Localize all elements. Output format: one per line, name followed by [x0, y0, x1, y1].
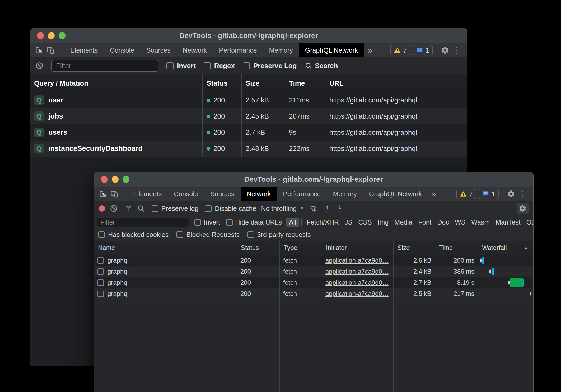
- more-tabs-button[interactable]: »: [364, 46, 376, 54]
- tab-elements[interactable]: Elements: [64, 43, 104, 57]
- network-request-row[interactable]: graphql 200 fetch application-a7ca9d0… 2…: [94, 288, 533, 299]
- tab-console[interactable]: Console: [168, 187, 204, 201]
- kebab-menu-icon[interactable]: ⋮: [451, 46, 463, 54]
- filter-type-js[interactable]: JS: [342, 218, 355, 227]
- filter-type-all[interactable]: All: [286, 218, 299, 227]
- filter-input[interactable]: [97, 218, 189, 227]
- column-header-time[interactable]: Time: [285, 74, 325, 92]
- record-button[interactable]: [99, 205, 105, 212]
- network-request-row[interactable]: graphql 200 fetch application-a7ca9d0… 2…: [94, 255, 533, 266]
- filter-type-font[interactable]: Font: [415, 218, 434, 227]
- hide-data-urls-checkbox[interactable]: [226, 219, 233, 226]
- column-header-size[interactable]: Size: [394, 241, 435, 255]
- filter-type-fetch-xhr[interactable]: Fetch/XHR: [304, 218, 342, 227]
- filter-input[interactable]: [51, 60, 158, 72]
- initiator-link[interactable]: application-a7ca9d0…: [325, 268, 389, 275]
- preserve-log-checkbox[interactable]: [152, 205, 158, 212]
- table-row[interactable]: Qjobs 200 2.45 kB 207ms https://gitlab.c…: [30, 108, 467, 124]
- third-party-requests-checkbox[interactable]: [247, 231, 254, 238]
- network-request-row[interactable]: graphql 200 fetch application-a7ca9d0… 2…: [94, 277, 533, 288]
- invert-checkbox[interactable]: [194, 219, 201, 226]
- initiator-link[interactable]: application-a7ca9d0…: [325, 290, 389, 297]
- issues-badge[interactable]: 1: [479, 189, 499, 199]
- warnings-badge[interactable]: 7: [456, 189, 476, 199]
- tab-performance[interactable]: Performance: [277, 187, 327, 201]
- tab-sources[interactable]: Sources: [204, 187, 241, 201]
- import-har-icon[interactable]: [323, 204, 331, 212]
- titlebar[interactable]: DevTools - gitlab.com/-/graphql-explorer: [30, 28, 467, 43]
- filter-type-media[interactable]: Media: [391, 218, 415, 227]
- inspect-element-icon[interactable]: [34, 46, 43, 55]
- disable-cache-checkbox[interactable]: [205, 205, 212, 212]
- table-row[interactable]: Qusers 200 2.7 kB 9s https://gitlab.com/…: [30, 124, 467, 141]
- query-name: users: [48, 128, 67, 137]
- filter-type-doc[interactable]: Doc: [434, 218, 452, 227]
- tab-graphql-network[interactable]: GraphQL Network: [299, 43, 364, 57]
- filter-type-ws[interactable]: WS: [452, 218, 468, 227]
- column-header-name[interactable]: Name: [94, 241, 237, 255]
- regex-checkbox[interactable]: [204, 62, 211, 69]
- column-header-size[interactable]: Size: [242, 74, 285, 92]
- column-header-time[interactable]: Time: [435, 241, 478, 255]
- settings-gear-icon[interactable]: [507, 190, 515, 198]
- titlebar[interactable]: DevTools - gitlab.com/-/graphql-explorer: [94, 172, 533, 187]
- waterfall-cell[interactable]: [478, 288, 533, 299]
- column-header-waterfall[interactable]: Waterfall ▲: [478, 241, 533, 255]
- device-toolbar-icon[interactable]: [46, 46, 55, 55]
- time-value: 9s: [285, 124, 325, 141]
- column-header-url[interactable]: URL: [325, 74, 467, 92]
- row-checkbox[interactable]: [97, 279, 104, 286]
- row-checkbox[interactable]: [97, 257, 104, 264]
- clear-icon[interactable]: [35, 62, 43, 70]
- inspect-element-icon[interactable]: [98, 189, 107, 198]
- tab-network[interactable]: Network: [241, 187, 277, 201]
- column-header-type[interactable]: Type: [280, 241, 322, 255]
- preserve-log-checkbox[interactable]: [243, 62, 250, 69]
- export-har-icon[interactable]: [336, 204, 344, 212]
- column-header-status[interactable]: Status: [203, 74, 242, 92]
- tab-console[interactable]: Console: [104, 43, 140, 57]
- time-value: 222ms: [285, 141, 325, 157]
- table-row[interactable]: QinstanceSecurityDashboard 200 2.48 kB 2…: [30, 141, 467, 157]
- search-icon[interactable]: [137, 204, 145, 212]
- table-row[interactable]: Quser 200 2.57 kB 211ms https://gitlab.c…: [30, 92, 467, 108]
- filter-type-wasm[interactable]: Wasm: [468, 218, 493, 227]
- search-button[interactable]: Search: [305, 62, 338, 70]
- network-settings-gear-icon[interactable]: [517, 203, 529, 214]
- device-toolbar-icon[interactable]: [110, 189, 119, 198]
- tab-performance[interactable]: Performance: [213, 43, 263, 57]
- filter-type-css[interactable]: CSS: [355, 218, 375, 227]
- clear-icon[interactable]: [110, 204, 118, 212]
- waterfall-cell[interactable]: [478, 255, 533, 266]
- tab-network[interactable]: Network: [177, 43, 213, 57]
- filter-type-img[interactable]: Img: [375, 218, 392, 227]
- tab-elements[interactable]: Elements: [128, 187, 168, 201]
- throttling-select[interactable]: No throttling: [261, 205, 297, 212]
- invert-checkbox[interactable]: [166, 62, 174, 69]
- tab-memory[interactable]: Memory: [327, 187, 363, 201]
- column-header-status[interactable]: Status: [237, 241, 280, 255]
- blocked-requests-checkbox[interactable]: [176, 231, 183, 238]
- kebab-menu-icon[interactable]: ⋮: [517, 190, 529, 198]
- issues-badge[interactable]: 1: [413, 45, 433, 55]
- filter-type-manifest[interactable]: Manifest: [493, 218, 523, 227]
- tab-sources[interactable]: Sources: [140, 43, 177, 57]
- tab-memory[interactable]: Memory: [263, 43, 299, 57]
- network-conditions-icon[interactable]: [309, 204, 317, 212]
- more-tabs-button[interactable]: »: [428, 190, 440, 198]
- settings-gear-icon[interactable]: [441, 46, 449, 54]
- waterfall-cell[interactable]: [478, 266, 533, 277]
- column-header-query-mutation[interactable]: Query / Mutation: [30, 74, 203, 92]
- filter-funnel-icon[interactable]: [124, 204, 132, 212]
- initiator-link[interactable]: application-a7ca9d0…: [325, 279, 389, 286]
- waterfall-cell[interactable]: [478, 277, 533, 288]
- row-checkbox[interactable]: [97, 291, 104, 297]
- filter-type-other[interactable]: Other: [523, 218, 534, 227]
- tab-graphql-network[interactable]: GraphQL Network: [363, 187, 428, 201]
- warnings-badge[interactable]: 7: [390, 45, 410, 55]
- row-checkbox[interactable]: [97, 268, 104, 275]
- initiator-link[interactable]: application-a7ca9d0…: [325, 257, 389, 264]
- has-blocked-cookies-checkbox[interactable]: [98, 231, 105, 238]
- column-header-initiator[interactable]: Initiator: [322, 241, 394, 255]
- network-request-row[interactable]: graphql 200 fetch application-a7ca9d0… 2…: [94, 266, 533, 277]
